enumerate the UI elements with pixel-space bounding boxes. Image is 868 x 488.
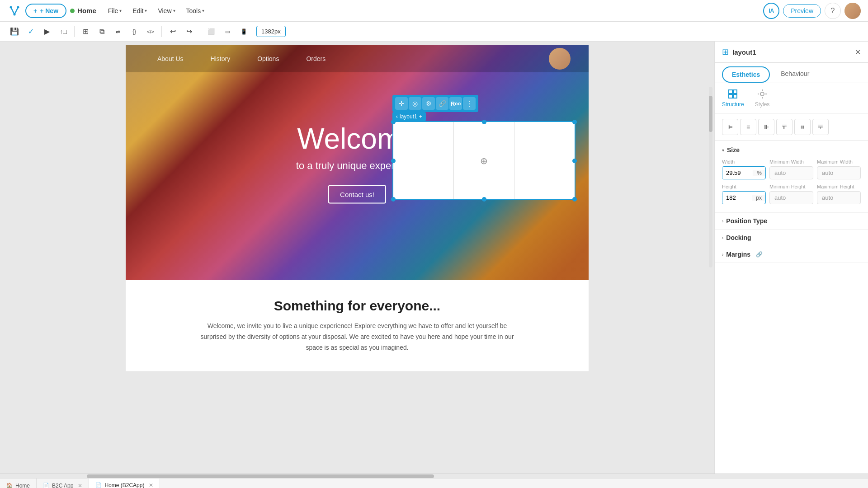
code-button[interactable]: {} (127, 24, 142, 39)
max-height-label: Maximum Height (817, 184, 861, 189)
tools-menu-arrow: ▾ (202, 8, 204, 13)
resize-handle-bottom[interactable] (482, 197, 486, 202)
align-bottom-button[interactable]: ⊪ (812, 119, 829, 135)
margins-header[interactable]: › Margins 🔗 (722, 251, 861, 258)
view-menu[interactable]: View ▾ (153, 5, 179, 17)
vertical-scroll-thumb[interactable] (709, 96, 712, 132)
docking-header[interactable]: › Docking (722, 234, 861, 241)
user-avatar[interactable] (844, 3, 861, 19)
nav-item-about[interactable]: About Us (144, 55, 197, 62)
resize-handle-right[interactable] (572, 159, 577, 163)
width-input[interactable] (722, 167, 753, 179)
layout-col-3[interactable] (514, 122, 575, 199)
layers-icon: ⧉ (99, 28, 104, 36)
min-width-label: Minimum Width (769, 159, 813, 164)
max-height-input[interactable] (817, 191, 861, 204)
align-center-h-icon: ≡ (799, 125, 806, 129)
min-width-input[interactable] (769, 166, 813, 179)
new-button[interactable]: + + New (25, 4, 66, 18)
home-tab[interactable]: Home (70, 7, 96, 14)
layers-button[interactable]: ⧉ (94, 24, 109, 39)
bottom-tab-home-b2c[interactable]: 📄 Home (B2CApp) ✕ (89, 479, 160, 488)
ia-button[interactable]: IA (763, 3, 779, 19)
contact-button-label: Contact us! (340, 191, 374, 198)
layout-col-1[interactable] (393, 122, 454, 199)
nav-item-orders[interactable]: Orders (292, 55, 339, 62)
b2c-tab-close-button[interactable]: ✕ (78, 483, 82, 488)
help-button[interactable]: ? (825, 3, 841, 19)
layout-label-tab[interactable]: ‹ layout1 + (392, 112, 426, 121)
resize-handle-left[interactable] (391, 159, 396, 163)
layout-select-tool[interactable]: ✛ (395, 97, 408, 110)
tab-behaviour[interactable]: Behaviour (772, 66, 818, 83)
layout-text-tool[interactable]: Roo (449, 97, 462, 110)
tab-esthetics[interactable]: Esthetics (722, 66, 770, 83)
align-center-v-button[interactable]: ≡ (740, 119, 756, 135)
tools-menu[interactable]: Tools ▾ (182, 5, 209, 17)
layout-gear-tool[interactable]: ⚙ (422, 97, 435, 110)
check-button[interactable]: ✓ (24, 24, 38, 39)
resize-handle-bl[interactable] (391, 197, 396, 202)
layout-target-tool[interactable]: ◎ (409, 97, 421, 110)
move-handle-icon[interactable]: ⊕ (480, 155, 488, 166)
mobile-view-button[interactable]: 📱 (236, 24, 251, 39)
min-height-field: Minimum Height (769, 184, 813, 204)
play-button[interactable]: ▶ (40, 24, 54, 39)
file-menu[interactable]: File ▾ (104, 5, 127, 17)
horizontal-scrollbar[interactable] (0, 474, 868, 478)
layout-more-tool[interactable]: ⋮ (463, 97, 476, 110)
vertical-scrollbar[interactable] (709, 87, 712, 267)
panel-close-button[interactable]: ✕ (855, 48, 861, 56)
connect-button[interactable]: ⇌ (111, 24, 125, 39)
nav-avatar[interactable] (549, 48, 571, 70)
bottom-tab-b2c[interactable]: 📄 B2C App ✕ (37, 479, 89, 488)
preview-button[interactable]: Preview (783, 4, 821, 18)
tab-structure[interactable]: Structure (722, 89, 744, 108)
resize-handle-tl[interactable] (391, 120, 396, 124)
size-section-header[interactable]: ▾ Size (722, 146, 861, 154)
chevron-left-icon: ‹ (396, 113, 398, 120)
redo-button[interactable]: ↪ (182, 24, 196, 39)
connect-icon: ⇌ (116, 28, 120, 35)
app-logo[interactable] (7, 4, 22, 18)
desktop-view-button[interactable]: ⬜ (204, 24, 218, 39)
nav-item-options[interactable]: Options (244, 55, 292, 62)
components-button[interactable]: ⊞ (78, 24, 93, 39)
home-tab-label-bottom: Home (15, 483, 30, 488)
html-button[interactable]: </> (143, 24, 158, 39)
layout-box[interactable]: ⊕ (392, 121, 576, 200)
hero-section[interactable]: About Us History Options Orders (126, 45, 589, 280)
share-button[interactable]: ↑□ (56, 24, 71, 39)
layout-col-2[interactable]: ⊕ (454, 122, 514, 199)
desktop-icon: ⬜ (208, 28, 215, 35)
bottom-tab-home[interactable]: 🏠 Home (0, 479, 37, 488)
horizontal-scroll-thumb[interactable] (87, 474, 434, 478)
max-width-input[interactable] (817, 166, 861, 179)
home-b2c-tab-close-button[interactable]: ✕ (149, 482, 153, 488)
resize-handle-br[interactable] (572, 197, 577, 202)
min-height-input[interactable] (769, 191, 813, 204)
resize-handle-top[interactable] (482, 120, 486, 124)
nav-item-history[interactable]: History (197, 55, 244, 62)
toolbar-separator-2 (161, 26, 162, 37)
canvas-area[interactable]: About Us History Options Orders (0, 42, 714, 474)
save-button[interactable]: 💾 (7, 24, 22, 39)
max-width-field: Maximum Width (817, 159, 861, 179)
undo-button[interactable]: ↩ (165, 24, 180, 39)
tablet-view-button[interactable]: ▭ (220, 24, 235, 39)
svg-rect-4 (733, 90, 737, 94)
height-input[interactable] (722, 192, 752, 204)
contact-button[interactable]: Contact us! (328, 185, 386, 204)
align-left-button[interactable]: ⊫ (722, 119, 738, 135)
home-b2c-tab-label: Home (B2CApp) (104, 482, 144, 488)
align-center-h-button[interactable]: ≡ (794, 119, 811, 135)
edit-menu[interactable]: Edit ▾ (128, 5, 151, 17)
tab-styles[interactable]: Styles (755, 89, 770, 108)
canvas-scroll[interactable]: About Us History Options Orders (4, 45, 711, 470)
align-top-button[interactable]: ⊫ (776, 119, 793, 135)
svg-rect-5 (729, 94, 732, 98)
resize-handle-tr[interactable] (572, 120, 577, 124)
position-type-header[interactable]: › Position Type (722, 217, 861, 225)
layout-link-tool[interactable]: 🔗 (436, 97, 448, 110)
align-right-button[interactable]: ⊪ (758, 119, 774, 135)
